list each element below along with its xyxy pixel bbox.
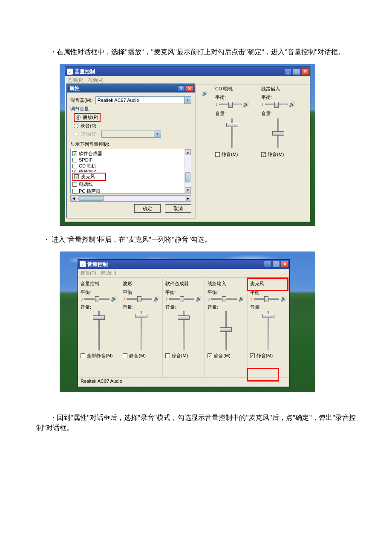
col-master: 音量控制 平衡: ♪🔊 音量: 全部静音(M): [78, 278, 120, 377]
speaker-left-icon: ♪: [123, 296, 125, 302]
checkbox-icon[interactable]: [72, 158, 77, 162]
volume-label: 音量:: [81, 304, 117, 310]
checkbox-icon[interactable]: [250, 353, 255, 358]
close-button[interactable]: ✕: [281, 261, 288, 268]
playback-highlight: 播放(P): [74, 113, 101, 122]
wave-mute[interactable]: 静音(M): [123, 353, 159, 359]
adjust-volume-label: 调节音量: [70, 106, 191, 112]
close-button[interactable]: ✕: [186, 85, 193, 92]
master-mute[interactable]: 全部静音(M): [81, 353, 117, 359]
wave-volume-slider[interactable]: [123, 311, 159, 350]
mic-volume-slider[interactable]: [250, 311, 287, 350]
mixer-combo[interactable]: Realtek AC97 Audio ▼: [95, 96, 191, 104]
linein-volume-slider[interactable]: [261, 119, 295, 148]
soft-balance-slider[interactable]: ♪🔊: [165, 296, 202, 302]
col-mic: 麦克风 平衡: ♪🔊 音量: 静音(M): [248, 278, 289, 377]
menu-help[interactable]: 帮助(H): [101, 270, 116, 276]
speaker-left-icon: ♪: [261, 101, 264, 107]
speaker-right-icon: 🔊: [289, 101, 295, 107]
checkbox-icon[interactable]: [208, 353, 212, 358]
minimize-button[interactable]: _: [284, 68, 292, 75]
help-button[interactable]: ?: [177, 85, 185, 92]
footer-device: Realtek AC97 Audio: [78, 377, 289, 384]
checkbox-icon[interactable]: [72, 164, 77, 168]
menu-help[interactable]: 帮助(H): [88, 77, 104, 84]
close-button[interactable]: ✕: [301, 68, 309, 75]
volume-control-window[interactable]: ♪ 音量控制 _ □ ✕ 选项(P) 帮助(H) 音量控制 平衡: ♪🔊: [78, 259, 290, 387]
item-linein[interactable]: 线路输入: [72, 170, 189, 172]
checkbox-icon[interactable]: [261, 152, 266, 157]
line-volume-slider[interactable]: [208, 311, 244, 350]
checkbox-icon[interactable]: [72, 182, 77, 187]
radio-playback[interactable]: [76, 115, 81, 120]
balance-label: 平衡:: [261, 94, 295, 101]
checkbox-icon[interactable]: [72, 151, 77, 156]
volume-controls-listbox[interactable]: 软件合成器 SPDIF CD 唱机 线路输入 麦克风 电话线 PC 扬声器 ▲: [70, 149, 191, 194]
vertical-scrollbar[interactable]: ▲ ▼: [184, 149, 191, 193]
cd-mute[interactable]: 静音(M): [215, 151, 249, 158]
menu-options[interactable]: 选项(P): [81, 270, 96, 276]
radio-record-label: 录音(R): [81, 123, 96, 129]
mic-mute[interactable]: 静音(M): [250, 353, 287, 359]
titlebar[interactable]: ♪ 音量控制 _ □ ✕: [78, 260, 289, 269]
col-line: 线路输入 平衡: ♪🔊 音量: 静音(M): [205, 278, 247, 377]
soft-mute[interactable]: 静音(M): [165, 353, 202, 359]
cd-column: CD 唱机 平衡: ♪ 🔊 音量:: [215, 86, 249, 158]
item-pcspk[interactable]: PC 扬声器: [72, 188, 189, 194]
cd-title: CD 唱机: [215, 86, 249, 92]
volume-icon: ♪: [67, 69, 73, 75]
mic-highlight: 麦克风: [72, 173, 106, 181]
cd-volume-slider[interactable]: [215, 119, 249, 148]
volume-label: 音量:: [261, 110, 295, 117]
checkbox-icon[interactable]: [72, 189, 77, 194]
speaker-out-icon: 🔊: [202, 91, 208, 96]
menu-options[interactable]: 选项(P): [68, 77, 84, 84]
mic-balance-slider[interactable]: ♪🔊: [250, 296, 287, 302]
speaker-right-icon: 🔊: [238, 296, 245, 302]
scroll-left-icon[interactable]: ◀: [71, 196, 77, 201]
scroll-down-icon[interactable]: ▼: [185, 187, 191, 193]
line-mute[interactable]: 静音(M): [208, 353, 244, 359]
screenshot-1: ♪ 音量控制 _ □ ✕ 选项(P) 帮助(H) 🔊 CD 唱机 平衡:: [60, 64, 315, 226]
item-softsynth[interactable]: 软件合成器: [72, 150, 189, 157]
master-balance-slider[interactable]: ♪🔊: [81, 296, 117, 302]
linein-balance-slider[interactable]: ♪ 🔊: [261, 101, 295, 107]
checkbox-icon[interactable]: [165, 353, 170, 358]
item-phone[interactable]: 电话线: [72, 181, 189, 188]
radio-other: [74, 132, 78, 136]
volume-label: 音量:: [208, 304, 244, 310]
scroll-up-icon[interactable]: ▲: [185, 149, 191, 155]
scroll-right-icon[interactable]: ▶: [185, 196, 191, 201]
checkbox-icon[interactable]: [215, 152, 220, 157]
checkbox-icon[interactable]: [81, 353, 85, 358]
radio-record[interactable]: [74, 124, 78, 128]
col-soft-title: 软件合成器: [165, 280, 202, 287]
checkbox-icon[interactable]: [72, 170, 77, 172]
cancel-button[interactable]: 取消: [165, 204, 191, 213]
menubar[interactable]: 选项(P) 帮助(H): [78, 269, 289, 278]
radio-record-row[interactable]: 录音(R): [74, 123, 191, 129]
titlebar[interactable]: ♪ 音量控制 _ □ ✕: [65, 67, 310, 76]
checkbox-icon[interactable]: [123, 353, 127, 358]
linein-mute[interactable]: 静音(M): [261, 151, 295, 158]
properties-titlebar[interactable]: 属性 ? ✕: [67, 84, 195, 92]
line-balance-slider[interactable]: ♪🔊: [208, 296, 244, 302]
wave-balance-slider[interactable]: ♪🔊: [123, 296, 159, 302]
master-volume-slider[interactable]: [81, 311, 117, 350]
soft-volume-slider[interactable]: [165, 311, 202, 350]
cd-balance-slider[interactable]: ♪ 🔊: [215, 101, 249, 107]
ok-button[interactable]: 确定: [134, 204, 161, 213]
radio-other-row: 其他(O) ▼: [74, 130, 191, 138]
item-cd[interactable]: CD 唱机: [72, 163, 189, 169]
properties-dialog[interactable]: 属性 ? ✕ 混音器(M): Realtek AC97 Audio ▼ 调节音量: [66, 84, 195, 218]
chevron-down-icon[interactable]: ▼: [184, 97, 191, 104]
speaker-right-icon: 🔊: [243, 101, 249, 107]
speaker-right-icon: 🔊: [280, 296, 287, 302]
item-spdif[interactable]: SPDIF: [72, 157, 189, 162]
item-mic[interactable]: 麦克风: [72, 173, 189, 181]
minimize-button[interactable]: _: [264, 261, 271, 268]
volume-label: 音量:: [165, 304, 202, 310]
horizontal-scrollbar[interactable]: ◀ ▶: [70, 195, 191, 202]
col-master-title: 音量控制: [81, 280, 117, 287]
checkbox-icon[interactable]: [74, 174, 79, 179]
